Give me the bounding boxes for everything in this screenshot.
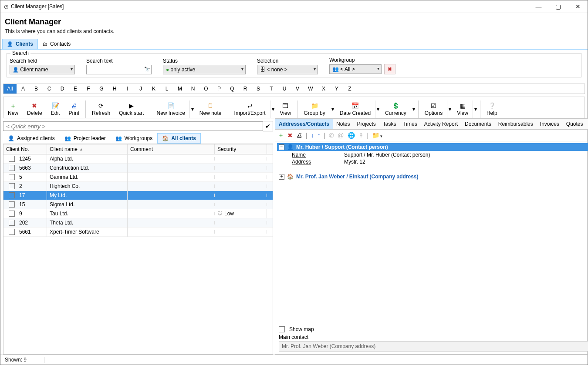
alpha-L[interactable]: L	[160, 84, 173, 94]
alpha-H[interactable]: H	[108, 84, 121, 94]
row-checkbox[interactable]	[9, 156, 15, 162]
show-map-checkbox[interactable]	[279, 326, 285, 332]
table-row[interactable]: 15Sigma Ltd.	[3, 200, 273, 209]
new-invoice-caret[interactable]: ▾	[189, 100, 195, 118]
groupby-button[interactable]: 📁Group by	[299, 100, 329, 118]
alpha-F[interactable]: F	[82, 84, 95, 94]
table-row[interactable]: 1245Alpha Ltd.	[3, 154, 273, 164]
currency-button[interactable]: 💲Currency	[381, 100, 411, 118]
delete-contact-icon[interactable]: ✖	[287, 132, 293, 139]
person-arrow-icon[interactable]: ↟	[358, 132, 364, 139]
new-invoice-button[interactable]: 📄New Invoice	[152, 100, 189, 118]
subtab-leader[interactable]: 👥Project leader	[60, 133, 111, 144]
right-tab-invoices[interactable]: Invoices	[537, 119, 563, 129]
row-checkbox[interactable]	[9, 229, 15, 235]
alpha-C[interactable]: C	[43, 84, 56, 94]
close-button[interactable]: ✕	[568, 0, 588, 13]
refresh-button[interactable]: ⟳Refresh	[88, 97, 115, 118]
alpha-V[interactable]: V	[291, 84, 304, 94]
tab-contacts[interactable]: 🗂 Contacts	[38, 39, 75, 49]
col-security[interactable]: Security	[215, 144, 267, 154]
alpha-E[interactable]: E	[69, 84, 82, 94]
right-tab-addresses-contacts[interactable]: Addresses/Contacts	[275, 119, 333, 129]
clear-filters-button[interactable]: ✖	[384, 64, 395, 74]
minimize-button[interactable]: —	[529, 0, 548, 13]
view2-caret[interactable]: ▾	[473, 100, 478, 118]
alpha-S[interactable]: S	[252, 84, 265, 94]
row-checkbox[interactable]	[9, 174, 15, 180]
maximize-button[interactable]: ▢	[548, 0, 568, 13]
alpha-All[interactable]: All	[3, 84, 17, 94]
row-checkbox[interactable]	[9, 220, 15, 226]
print-icon[interactable]: 🖨	[296, 132, 302, 139]
workgroup-combo[interactable]: 👥 < All >	[329, 64, 382, 74]
groupby-caret[interactable]: ▾	[330, 100, 335, 118]
right-tab-notes[interactable]: Notes	[333, 119, 353, 129]
row-checkbox[interactable]	[9, 192, 15, 198]
col-client-name[interactable]: Client name▲	[47, 144, 128, 154]
folder-dropdown-icon[interactable]: 📁	[372, 132, 382, 139]
table-row[interactable]: 202Theta Ltd.	[3, 218, 273, 228]
alpha-P[interactable]: P	[213, 84, 226, 94]
alpha-U[interactable]: U	[278, 84, 291, 94]
add-contact-icon[interactable]: ＋	[278, 131, 284, 139]
table-row[interactable]: 17My Ltd.	[3, 191, 273, 200]
table-row[interactable]: 5663Construction Ltd.	[3, 164, 273, 173]
alpha-W[interactable]: W	[304, 84, 317, 94]
alpha-Z[interactable]: Z	[343, 84, 356, 94]
print-button[interactable]: 🖨Print	[64, 97, 84, 118]
delete-button[interactable]: ✖Delete	[23, 97, 47, 118]
view1-button[interactable]: 🗔View	[276, 97, 296, 118]
alpha-A[interactable]: A	[17, 84, 30, 94]
right-tab-documents[interactable]: Documents	[461, 119, 495, 129]
alpha-Q[interactable]: Q	[226, 84, 239, 94]
currency-caret[interactable]: ▾	[411, 100, 416, 118]
status-combo[interactable]: ● only active	[163, 65, 246, 74]
help-button[interactable]: ❔Help	[482, 97, 502, 118]
table-row[interactable]: 2Hightech Co.	[3, 182, 273, 191]
table-row[interactable]: 5661Xpert-Timer Software	[3, 228, 273, 237]
alpha-I[interactable]: I	[121, 84, 134, 94]
import-export-button[interactable]: ⇄Import/Export	[230, 100, 270, 118]
view2-button[interactable]: ▦View	[453, 100, 473, 118]
quickstart-button[interactable]: ▶Quick start	[115, 97, 148, 118]
alpha-J[interactable]: J	[134, 84, 147, 94]
table-row[interactable]: 9Tau Ltd.🛡 Low	[3, 209, 273, 218]
collapse-icon[interactable]: −	[279, 144, 284, 150]
right-tab-reimbursables[interactable]: Reimbursables	[495, 119, 537, 129]
alpha-B[interactable]: B	[30, 84, 43, 94]
subtab-workgroups[interactable]: 👥Workgroups	[111, 133, 157, 144]
tab-clients[interactable]: 👤 Clients	[2, 39, 38, 49]
row-checkbox[interactable]	[9, 183, 15, 189]
contact-node-1[interactable]: − 👤 Mr. Huber / Support (Contact person)	[277, 143, 588, 151]
right-tab-activity-report[interactable]: Activity Report	[421, 119, 461, 129]
contact-node-2[interactable]: + 🏠 Mr. Prof. Jan Weber / Einkauf (Compa…	[277, 173, 588, 181]
right-tab-times[interactable]: Times	[399, 119, 420, 129]
row-checkbox[interactable]	[9, 211, 15, 217]
alpha-K[interactable]: K	[147, 84, 160, 94]
new-button[interactable]: ＋New	[3, 97, 23, 118]
col-comment[interactable]: Comment	[128, 144, 215, 154]
binoculars-icon[interactable]: 🔭	[144, 67, 150, 72]
alpha-G[interactable]: G	[95, 84, 108, 94]
import-export-caret[interactable]: ▾	[270, 100, 276, 118]
quick-entry-input[interactable]	[3, 121, 263, 131]
right-tab-tasks[interactable]: Tasks	[379, 119, 400, 129]
row-checkbox[interactable]	[9, 165, 15, 171]
options-caret[interactable]: ▾	[447, 100, 453, 118]
alpha-T[interactable]: T	[265, 84, 278, 94]
quick-entry-confirm[interactable]: ✔	[263, 121, 273, 131]
alpha-Y[interactable]: Y	[330, 84, 343, 94]
alpha-X[interactable]: X	[317, 84, 330, 94]
subtab-assigned[interactable]: 👤Assigned clients	[3, 133, 60, 144]
selection-combo[interactable]: 🗄 < none >	[257, 65, 318, 74]
datecreated-button[interactable]: 📅Date Created	[335, 100, 375, 118]
alpha-N[interactable]: N	[186, 84, 199, 94]
subtab-all[interactable]: 🏠All clients	[157, 133, 201, 144]
alpha-M[interactable]: M	[173, 84, 186, 94]
right-tab-quotes[interactable]: Quotes	[563, 119, 587, 129]
arrow-up-icon[interactable]: ↑	[318, 132, 321, 139]
alpha-O[interactable]: O	[199, 84, 213, 94]
options-button[interactable]: ☑Options	[420, 100, 447, 118]
col-client-no[interactable]: Client No.	[3, 144, 47, 154]
